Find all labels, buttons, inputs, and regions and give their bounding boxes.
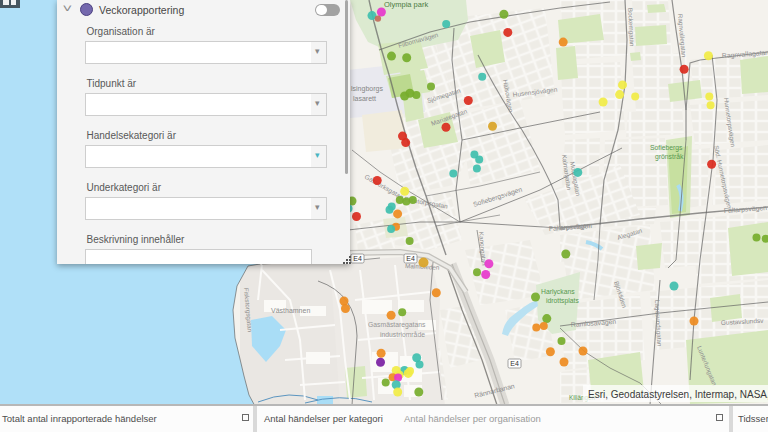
svg-text:E4: E4 bbox=[353, 255, 362, 262]
svg-text:lasarett: lasarett bbox=[353, 95, 376, 102]
svg-text:Olympia park: Olympia park bbox=[384, 0, 428, 9]
svg-text:industriområde: industriområde bbox=[380, 331, 425, 338]
svg-text:E4: E4 bbox=[510, 360, 519, 367]
svg-text:Sofiebergs: Sofiebergs bbox=[650, 144, 683, 152]
svg-text:Gasmästaregatans: Gasmästaregatans bbox=[368, 321, 426, 329]
svg-text:Västhamnen: Västhamnen bbox=[271, 307, 310, 314]
svg-text:grönstråk: grönstråk bbox=[655, 153, 684, 161]
svg-text:lsingborgs: lsingborgs bbox=[351, 85, 383, 93]
svg-text:idrottsplats: idrottsplats bbox=[546, 297, 579, 305]
svg-text:Harlyckans: Harlyckans bbox=[541, 288, 575, 296]
svg-text:Esri, Geodatastyrelsen, Interm: Esri, Geodatastyrelsen, Intermap, NASA, … bbox=[588, 389, 768, 400]
